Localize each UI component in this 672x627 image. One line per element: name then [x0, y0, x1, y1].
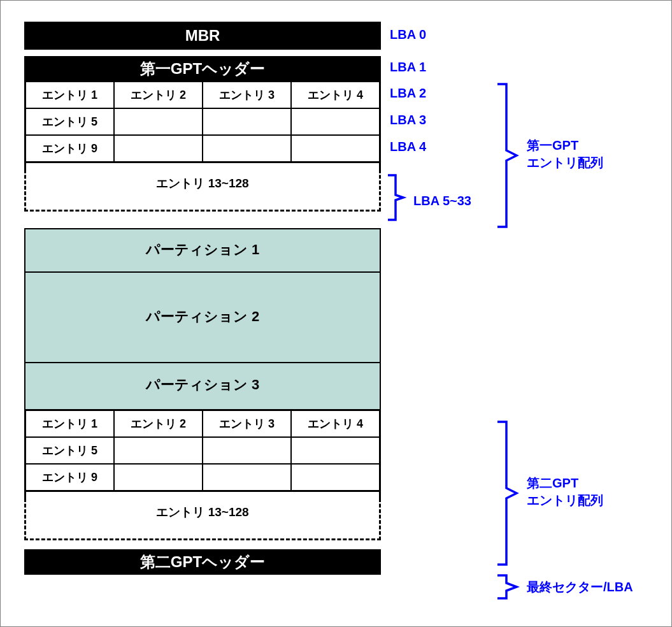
- secondary-gpt-header: 第二GPTヘッダー: [24, 549, 381, 575]
- lba-3-label: LBA 3: [390, 113, 426, 127]
- entry-cell: エントリ 2: [114, 82, 203, 108]
- entry-cell: エントリ 1: [25, 82, 114, 108]
- entry-cell: [203, 437, 291, 464]
- main-column: MBR 第一GPTヘッダー エントリ 1 エントリ 2 エントリ 3 エントリ …: [24, 22, 381, 575]
- table-row: エントリ 9: [25, 135, 380, 162]
- dash-gap: [24, 491, 381, 498]
- entries-rest-primary: エントリ 13~128: [24, 169, 381, 212]
- entry-cell: エントリ 4: [291, 82, 380, 108]
- secondary-entries-table: エントリ 1 エントリ 2 エントリ 3 エントリ 4 エントリ 5 エントリ …: [24, 410, 381, 492]
- bracket-primary-icon: [495, 82, 522, 229]
- partitions-block: パーティション 1 パーティション 2 パーティション 3: [24, 228, 381, 410]
- entry-cell: エントリ 5: [25, 108, 114, 135]
- entry-cell: [203, 108, 291, 135]
- primary-entries-table: エントリ 1 エントリ 2 エントリ 3 エントリ 4 エントリ 5 エントリ …: [24, 82, 381, 163]
- bracket-small-primary-icon: [385, 173, 411, 222]
- entry-cell: エントリ 4: [291, 410, 380, 437]
- diagram-canvas: MBR 第一GPTヘッダー エントリ 1 エントリ 2 エントリ 3 エントリ …: [0, 0, 672, 627]
- entries-rest-secondary: エントリ 13~128: [24, 498, 381, 540]
- last-sector-label: 最終セクター/LBA: [527, 579, 633, 596]
- entry-cell: [114, 108, 203, 135]
- secondary-array-label: 第二GPT エントリ配列: [527, 475, 603, 509]
- entry-cell: エントリ 1: [25, 410, 114, 437]
- table-row: エントリ 5: [25, 108, 380, 135]
- lba-2-label: LBA 2: [390, 86, 426, 101]
- entry-cell: [291, 108, 380, 135]
- entry-cell: エントリ 2: [114, 410, 203, 437]
- lba-5-33-label: LBA 5~33: [413, 194, 471, 208]
- bracket-last-icon: [495, 573, 522, 601]
- entry-cell: [114, 437, 203, 464]
- primary-gpt-header: 第一GPTヘッダー: [24, 56, 381, 82]
- lba-1-label: LBA 1: [390, 60, 426, 75]
- partition-1: パーティション 1: [25, 229, 380, 273]
- partition-2: パーティション 2: [25, 273, 380, 363]
- entry-cell: [114, 464, 203, 491]
- entry-cell: エントリ 3: [203, 82, 291, 108]
- entry-cell: [291, 464, 380, 491]
- lba-4-label: LBA 4: [390, 140, 426, 154]
- entry-cell: エントリ 9: [25, 464, 114, 491]
- entry-cell: エントリ 9: [25, 135, 114, 162]
- entry-cell: エントリ 5: [25, 437, 114, 464]
- dash-gap: [24, 162, 381, 169]
- entry-cell: [203, 464, 291, 491]
- partition-3: パーティション 3: [25, 363, 380, 409]
- entry-cell: [291, 437, 380, 464]
- entry-cell: [291, 135, 380, 162]
- entry-cell: [203, 135, 291, 162]
- mbr-header: MBR: [24, 22, 381, 50]
- entry-cell: [114, 135, 203, 162]
- table-row: エントリ 1 エントリ 2 エントリ 3 エントリ 4: [25, 82, 380, 108]
- table-row: エントリ 5: [25, 437, 380, 464]
- table-row: エントリ 9: [25, 464, 380, 491]
- table-row: エントリ 1 エントリ 2 エントリ 3 エントリ 4: [25, 410, 380, 437]
- lba-0-label: LBA 0: [390, 27, 426, 42]
- primary-array-label: 第一GPT エントリ配列: [527, 137, 603, 171]
- entry-cell: エントリ 3: [203, 410, 291, 437]
- bracket-secondary-icon: [495, 419, 522, 567]
